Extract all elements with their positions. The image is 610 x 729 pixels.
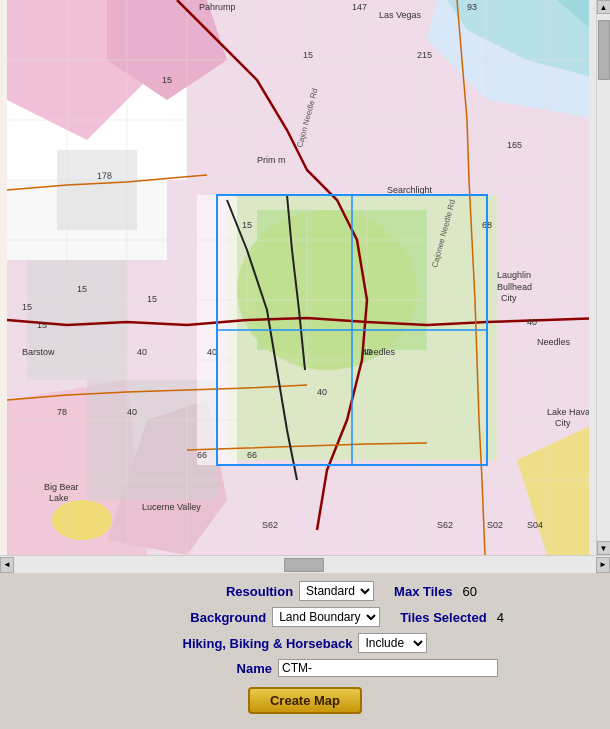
svg-text:S62: S62 [262, 520, 278, 530]
map-container: 178 15 Barstow 40 40 40 Needles Needles … [0, 0, 610, 555]
background-select[interactable]: Land Boundary Terrain Street None [272, 607, 380, 627]
background-label: Background [106, 610, 266, 625]
button-row: Create Map [10, 683, 600, 714]
svg-text:15: 15 [37, 320, 47, 330]
hiking-row: Hiking, Biking & Horseback Include Exclu… [10, 633, 600, 653]
vertical-scrollbar[interactable]: ▲ ▼ [596, 0, 610, 555]
hiking-select[interactable]: Include Exclude [358, 633, 427, 653]
svg-text:147: 147 [352, 2, 367, 12]
svg-point-18 [52, 500, 112, 540]
svg-text:40: 40 [207, 347, 217, 357]
svg-text:City: City [501, 293, 517, 303]
svg-text:Searchlight: Searchlight [387, 185, 433, 195]
scroll-thumb-horizontal[interactable] [284, 558, 324, 572]
max-tiles-label: Max Tiles [394, 584, 452, 599]
create-map-button[interactable]: Create Map [248, 687, 362, 714]
svg-text:15: 15 [77, 284, 87, 294]
svg-text:Lucerne Valley: Lucerne Valley [142, 502, 201, 512]
svg-text:S04: S04 [527, 520, 543, 530]
svg-text:City: City [555, 418, 571, 428]
svg-text:178: 178 [97, 170, 112, 181]
tiles-selected-value: 4 [497, 610, 504, 625]
svg-text:Lake: Lake [49, 493, 69, 503]
scroll-left-button[interactable]: ◄ [0, 557, 14, 573]
svg-text:S02: S02 [487, 520, 503, 530]
scroll-down-button[interactable]: ▼ [597, 541, 611, 555]
svg-text:40: 40 [527, 317, 537, 327]
svg-text:40: 40 [317, 387, 327, 397]
svg-text:40: 40 [137, 347, 147, 357]
svg-text:Barstow: Barstow [22, 347, 55, 357]
svg-text:40: 40 [127, 407, 137, 417]
svg-text:15: 15 [162, 75, 172, 85]
controls-panel: Resoultion Standard High Low Max Tiles 6… [0, 573, 610, 724]
svg-text:15: 15 [303, 50, 313, 60]
svg-text:Needles: Needles [537, 337, 571, 347]
name-row: Name [10, 659, 600, 677]
svg-rect-14 [57, 150, 137, 230]
svg-text:Needles: Needles [362, 347, 396, 357]
background-row: Background Land Boundary Terrain Street … [10, 607, 600, 627]
scroll-up-button[interactable]: ▲ [597, 0, 611, 14]
svg-text:Big Bear: Big Bear [44, 482, 79, 492]
svg-text:S62: S62 [437, 520, 453, 530]
svg-text:93: 93 [467, 2, 477, 12]
scroll-thumb-vertical[interactable] [598, 20, 610, 80]
svg-text:215: 215 [417, 50, 432, 60]
svg-text:78: 78 [57, 407, 67, 417]
svg-text:Prim m: Prim m [257, 155, 286, 165]
max-tiles-value: 60 [462, 584, 476, 599]
hiking-label: Hiking, Biking & Horseback [183, 636, 353, 651]
resolution-label: Resoultion [133, 584, 293, 599]
name-input[interactable] [278, 659, 498, 677]
svg-text:Bullhead: Bullhead [497, 282, 532, 292]
svg-text:15: 15 [147, 294, 157, 304]
scroll-track [28, 557, 596, 573]
svg-text:Pahrump: Pahrump [199, 2, 236, 12]
svg-point-6 [237, 210, 417, 370]
svg-text:Laughlin: Laughlin [497, 270, 531, 280]
scroll-right-button[interactable]: ► [596, 557, 610, 573]
svg-text:165: 165 [507, 140, 522, 150]
svg-text:66: 66 [197, 450, 207, 460]
resolution-select[interactable]: Standard High Low [299, 581, 374, 601]
name-label: Name [112, 661, 272, 676]
svg-text:66: 66 [247, 450, 257, 460]
svg-text:Las Vegas: Las Vegas [379, 10, 422, 20]
horizontal-scrollbar[interactable]: ◄ ► [0, 555, 610, 573]
svg-text:15: 15 [22, 302, 32, 312]
svg-text:15: 15 [242, 220, 252, 230]
tiles-selected-label: Tiles Selected [400, 610, 486, 625]
resolution-row: Resoultion Standard High Low Max Tiles 6… [10, 581, 600, 601]
